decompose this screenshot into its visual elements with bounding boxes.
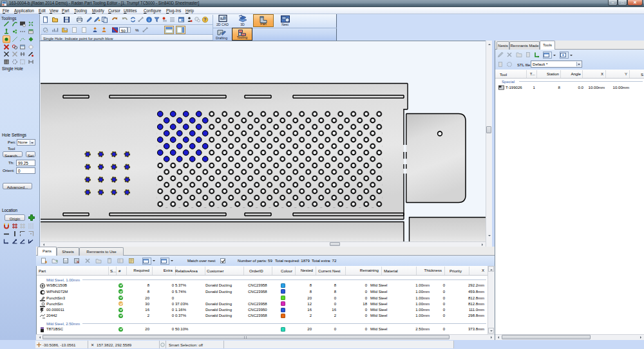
svg-text:i: i	[148, 17, 149, 22]
svg-text:?: ?	[204, 17, 206, 22]
